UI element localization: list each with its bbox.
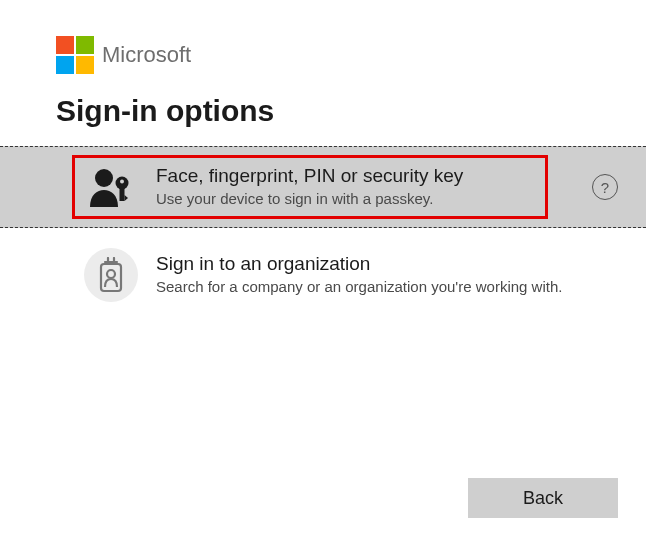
signin-option-passkey[interactable]: Face, fingerprint, PIN or security key U… bbox=[0, 146, 646, 228]
option-text: Face, fingerprint, PIN or security key U… bbox=[156, 165, 578, 209]
dialog-header: Microsoft Sign-in options bbox=[0, 0, 646, 128]
page-title: Sign-in options bbox=[56, 94, 590, 128]
option-text: Sign in to an organization Search for a … bbox=[156, 253, 618, 297]
svg-point-0 bbox=[95, 169, 113, 187]
option-subtitle: Search for a company or an organization … bbox=[156, 277, 618, 297]
brand-row: Microsoft bbox=[56, 36, 590, 74]
option-title: Sign in to an organization bbox=[156, 253, 618, 275]
passkey-icon bbox=[84, 167, 138, 207]
help-icon[interactable]: ? bbox=[592, 174, 618, 200]
brand-name: Microsoft bbox=[102, 42, 191, 68]
option-title: Face, fingerprint, PIN or security key bbox=[156, 165, 578, 187]
svg-point-5 bbox=[107, 270, 115, 278]
svg-point-2 bbox=[120, 180, 124, 184]
option-subtitle: Use your device to sign in with a passke… bbox=[156, 189, 578, 209]
back-button[interactable]: Back bbox=[468, 478, 618, 518]
signin-option-organization[interactable]: Sign in to an organization Search for a … bbox=[0, 228, 646, 320]
svg-rect-3 bbox=[120, 187, 125, 201]
dialog-footer: Back bbox=[468, 478, 618, 518]
microsoft-logo-icon bbox=[56, 36, 94, 74]
org-badge-icon bbox=[84, 248, 138, 302]
